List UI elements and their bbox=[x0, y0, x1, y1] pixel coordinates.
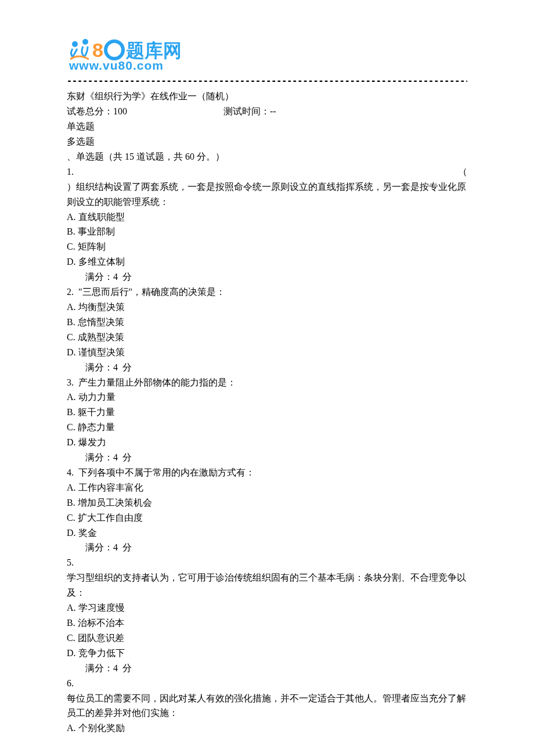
q5-number: 5. bbox=[67, 555, 467, 570]
q3-option-c: C. 静态力量 bbox=[67, 420, 467, 435]
q1-number-row: 1. （ bbox=[67, 164, 467, 179]
total-label: 试卷总分： bbox=[67, 106, 113, 116]
q5-score: 满分：4 分 bbox=[67, 661, 467, 676]
q1-score: 满分：4 分 bbox=[67, 269, 467, 285]
q5-option-d: D. 竞争力低下 bbox=[67, 646, 467, 661]
q1-number: 1. bbox=[67, 164, 74, 179]
site-logo: 8 题库网 www.vu80.com bbox=[67, 36, 467, 73]
q4-stem: 4. 下列各项中不属于常用的内在激励方式有： bbox=[67, 465, 467, 480]
q4-option-c: C. 扩大工作自由度 bbox=[67, 510, 467, 525]
q1-open-paren: （ bbox=[458, 164, 467, 179]
logo-graphic: 8 题库网 www.vu80.com bbox=[67, 36, 200, 73]
q4-option-a: A. 工作内容丰富化 bbox=[67, 480, 467, 495]
q2-score: 满分：4 分 bbox=[67, 360, 467, 375]
logo-title-text: 题库网 bbox=[125, 40, 182, 61]
q4-option-d: D. 奖金 bbox=[67, 525, 467, 541]
q4-score: 满分：4 分 bbox=[67, 540, 467, 555]
separator-dashes: ----------------------------------------… bbox=[67, 74, 467, 88]
q2-option-a: A. 均衡型决策 bbox=[67, 300, 467, 315]
q6-stem: 每位员工的需要不同，因此对某人有效的强化措施，并不一定适合于其他人。管理者应当充… bbox=[67, 691, 467, 721]
total-value: 100 bbox=[113, 106, 127, 116]
q4-option-b: B. 增加员工决策机会 bbox=[67, 495, 467, 510]
q5-option-c: C. 团队意识差 bbox=[67, 631, 467, 646]
svg-text:8: 8 bbox=[92, 39, 103, 61]
nav-multi: 多选题 bbox=[67, 134, 467, 149]
q3-option-b: B. 躯干力量 bbox=[67, 405, 467, 420]
q1-option-b: B. 事业部制 bbox=[67, 224, 467, 239]
q1-option-c: C. 矩阵制 bbox=[67, 239, 467, 254]
time-label: 测试时间： bbox=[223, 106, 270, 116]
q1-option-d: D. 多维立体制 bbox=[67, 254, 467, 269]
q6-number: 6. bbox=[67, 676, 467, 691]
svg-point-3 bbox=[106, 41, 123, 59]
nav-single: 单选题 bbox=[67, 119, 467, 134]
q5-option-a: A. 学习速度慢 bbox=[67, 600, 467, 615]
q3-option-d: D. 爆发力 bbox=[67, 435, 467, 450]
q2-option-b: B. 怠惰型决策 bbox=[67, 315, 467, 330]
q2-option-c: C. 成熟型决策 bbox=[67, 330, 467, 345]
q2-option-d: D. 谨慎型决策 bbox=[67, 345, 467, 360]
logo-url-text: www.vu80.com bbox=[68, 59, 164, 72]
q3-score: 满分：4 分 bbox=[67, 450, 467, 465]
q5-option-b: B. 治标不治本 bbox=[67, 615, 467, 631]
section-heading: 、单选题（共 15 道试题，共 60 分。） bbox=[67, 149, 467, 164]
q3-stem: 3. 产生力量阻止外部物体的能力指的是： bbox=[67, 375, 467, 390]
time-value: -- bbox=[270, 106, 276, 116]
q2-stem: 2. "三思而后行"，精确度高的决策是： bbox=[67, 285, 467, 300]
q1-option-a: A. 直线职能型 bbox=[67, 210, 467, 225]
q3-option-a: A. 动力力量 bbox=[67, 390, 467, 405]
q5-stem: 学习型组织的支持者认为，它可用于诊治传统组织固有的三个基本毛病：条块分割、不合理… bbox=[67, 570, 467, 600]
q1-stem: ）组织结构设置了两套系统，一套是按照命令统一原则设立的直线指挥系统，另一套是按专… bbox=[67, 179, 467, 210]
paper-meta: 试卷总分：100 测试时间：-- bbox=[67, 104, 467, 119]
paper-title: 东财《组织行为学》在线作业一（随机） bbox=[67, 89, 467, 104]
svg-point-1 bbox=[82, 39, 88, 45]
q6-option-a: A. 个别化奖励 bbox=[67, 721, 467, 736]
page-root: 8 题库网 www.vu80.com ---------------------… bbox=[0, 0, 534, 756]
svg-point-0 bbox=[72, 41, 78, 47]
